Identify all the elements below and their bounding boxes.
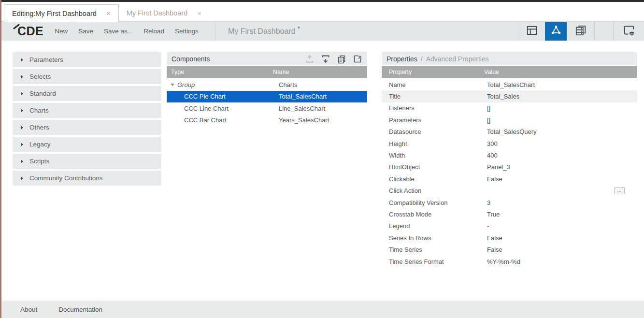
property-row-click-action[interactable]: Click Action ... — [382, 185, 637, 197]
property-row-htmlobject[interactable]: HtmlObject Panel_3 — [382, 161, 637, 173]
properties-panel: Properties / Advanced Properties Propert… — [382, 52, 637, 267]
tab-advanced-properties[interactable]: Advanced Properties — [426, 55, 489, 63]
property-value[interactable]: False — [487, 234, 502, 242]
property-value[interactable]: False — [487, 175, 502, 183]
menu-save-as[interactable]: Save as... — [99, 28, 138, 35]
property-value[interactable]: 300 — [487, 140, 498, 147]
property-row-time-series[interactable]: Time Series False — [382, 244, 637, 255]
cde-editor-window: Editing:My First Dashboard × My First Da… — [0, 0, 644, 318]
window-top-edge — [0, 0, 644, 2]
property-row-time-series-format[interactable]: Time Series Format %Y-%m-%d — [382, 256, 637, 267]
sidebar-item-charts[interactable]: Charts — [13, 103, 161, 118]
property-value[interactable]: True — [487, 211, 500, 218]
property-row-crosstab-mode[interactable]: Crosstab Mode True — [382, 208, 637, 220]
property-value[interactable]: %Y-%m-%d — [487, 258, 520, 265]
sidebar-item-legacy[interactable]: Legacy — [13, 137, 161, 152]
sidebar-item-community-contributions[interactable]: Community Contributions — [13, 171, 161, 186]
property-value[interactable]: Panel_3 — [487, 163, 510, 171]
close-icon[interactable]: × — [106, 9, 111, 17]
property-value[interactable]: 3 — [487, 199, 490, 206]
main-menu: New Save Save as... Reload Settings — [49, 28, 203, 35]
property-row-datasource[interactable]: Datasource Total_SalesQuery — [382, 126, 637, 138]
component-name: Line_SalesChart — [279, 105, 325, 112]
property-label: Name — [389, 81, 406, 88]
sidebar-item-label: Legacy — [29, 141, 51, 148]
menu-reload[interactable]: Reload — [138, 28, 170, 35]
property-row-height[interactable]: Height 300 — [382, 138, 637, 149]
property-row-compatibility-version[interactable]: Compatibility Version 3 — [382, 197, 637, 208]
property-label: Clickable — [389, 175, 415, 183]
table-row-bar-chart[interactable]: CCC Bar Chart Years_SalesChart — [167, 115, 367, 127]
sidebar-item-selects[interactable]: Selects — [13, 69, 161, 84]
table-row-pie-chart[interactable]: CCC Pie Chart Total_SalesChart — [167, 91, 367, 103]
menu-settings[interactable]: Settings — [170, 28, 204, 35]
property-value[interactable]: - — [487, 222, 489, 230]
menu-new[interactable]: New — [49, 28, 73, 35]
components-panel-button[interactable] — [545, 22, 567, 41]
property-row-legend[interactable]: Legend - — [382, 220, 637, 232]
components-panel-header: Components — [167, 52, 367, 65]
chevron-right-icon — [21, 92, 23, 96]
table-row-group[interactable]: Group Charts — [167, 79, 367, 91]
layout-panel-button[interactable] — [518, 22, 545, 41]
shift-down-icon[interactable] — [321, 54, 330, 64]
chevron-down-icon[interactable] — [171, 84, 174, 86]
tab-properties[interactable]: Properties — [386, 55, 417, 63]
documentation-link[interactable]: Documentation — [58, 306, 102, 313]
property-value[interactable]: Total_SalesQuery — [487, 128, 537, 135]
property-row-title[interactable]: Title Total_Sales — [382, 90, 637, 102]
property-value[interactable]: [] — [487, 116, 490, 124]
datasources-panel-button[interactable] — [567, 22, 595, 41]
sidebar-item-parameters[interactable]: Parameters — [13, 52, 161, 67]
sidebar-item-others[interactable]: Others — [13, 120, 161, 135]
main-toolbar: CDE New Save Save as... Reload Settings … — [0, 22, 644, 41]
property-row-clickable[interactable]: Clickable False — [382, 173, 637, 185]
property-value[interactable]: [] — [487, 104, 490, 112]
tab-dashboard[interactable]: My First Dashboard × — [119, 4, 209, 22]
components-table: Group Charts CCC Pie Chart Total_SalesCh… — [167, 79, 367, 126]
column-header-value: Value — [484, 69, 499, 75]
header-divider — [215, 22, 215, 41]
chevron-right-icon — [21, 159, 23, 163]
property-row-width[interactable]: Width 400 — [382, 149, 637, 161]
column-header-type: Type — [167, 69, 184, 75]
sidebar-item-standard[interactable]: Standard — [13, 86, 161, 101]
preview-button[interactable] — [613, 22, 644, 41]
property-label: Compatibility Version — [389, 199, 447, 206]
property-value[interactable]: False — [487, 246, 502, 253]
datasources-icon — [574, 24, 587, 39]
property-row-parameters[interactable]: Parameters [] — [382, 114, 637, 126]
component-type: CCC Line Chart — [184, 105, 229, 112]
tab-label: My First Dashboard — [127, 9, 188, 17]
components-toolbar — [305, 54, 362, 64]
click-action-edit-button[interactable]: ... — [614, 187, 625, 194]
sidebar-item-label: Others — [29, 124, 49, 131]
property-row-listeners[interactable]: Listeners [] — [382, 102, 637, 114]
preview-eye-icon — [622, 24, 636, 39]
duplicate-icon[interactable] — [337, 54, 346, 64]
property-value[interactable]: Total_Sales — [487, 93, 519, 100]
property-label: Click Action — [389, 187, 421, 194]
app-logo: CDE — [14, 25, 43, 37]
property-row-series-in-rows[interactable]: Series In Rows False — [382, 232, 637, 244]
property-label: Time Series — [389, 246, 422, 253]
tab-editing-dashboard[interactable]: Editing:My First Dashboard × — [4, 4, 119, 22]
delete-icon[interactable] — [353, 54, 362, 64]
about-link[interactable]: About — [20, 306, 37, 313]
properties-panel-header: Properties / Advanced Properties — [382, 52, 637, 65]
property-row-name[interactable]: Name Total_SalesChart — [382, 79, 637, 90]
component-type: CCC Bar Chart — [184, 116, 226, 124]
property-label: Title — [389, 93, 401, 100]
property-value[interactable]: Total_SalesChart — [487, 81, 535, 88]
property-label: HtmlObject — [389, 163, 420, 171]
chevron-right-icon — [21, 75, 23, 79]
menu-save[interactable]: Save — [73, 28, 99, 35]
close-icon[interactable]: × — [197, 9, 201, 17]
table-row-line-chart[interactable]: CCC Line Chart Line_SalesChart — [167, 102, 367, 115]
property-value[interactable]: 400 — [487, 152, 498, 159]
logo-accent-icon — [13, 23, 20, 30]
shift-up-icon[interactable] — [305, 54, 315, 64]
sidebar-item-scripts[interactable]: Scripts — [13, 154, 161, 169]
components-panel: Components — [167, 52, 367, 126]
layout-panel-icon — [526, 24, 538, 39]
